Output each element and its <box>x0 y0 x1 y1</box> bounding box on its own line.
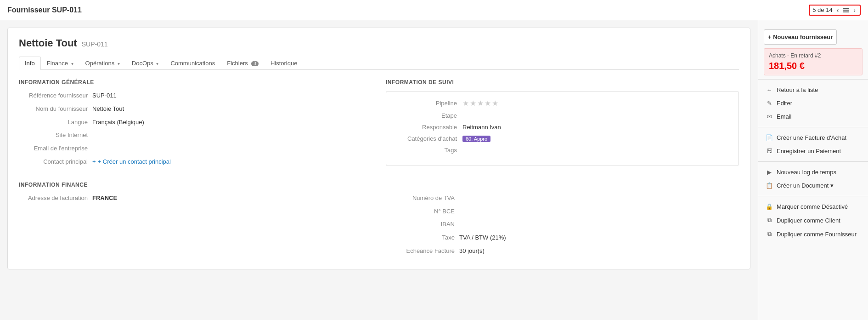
duplicate-supplier-icon: ⧉ <box>766 230 773 238</box>
field-contact-principal: Contact principal ++ Créer un contact pr… <box>19 157 372 167</box>
action-editer[interactable]: ✎ Editer <box>758 97 868 110</box>
finance-dropdown-arrow: ▾ <box>71 61 73 66</box>
tracking-categories: Catégories d'achat 60: Appro <box>394 135 731 142</box>
plus-icon: + <box>92 158 96 165</box>
document-icon: 📋 <box>766 182 773 189</box>
sidebar: + Nouveau fournisseur Achats - En retard… <box>758 20 868 320</box>
tab-info[interactable]: Info <box>19 57 41 70</box>
new-supplier-button[interactable]: + Nouveau fournisseur <box>764 29 837 45</box>
field-ref-fournisseur: Référence fournisseur SUP-011 <box>19 91 372 101</box>
email-icon: ✉ <box>766 113 773 120</box>
next-page-button[interactable]: › <box>852 6 857 14</box>
field-echeance: Echéance Facture 30 jour(s) <box>386 246 739 256</box>
tracking-box: Pipeline ★★★★★ Etape Responsable Reitman… <box>386 91 739 166</box>
invoice-icon: 📄 <box>766 134 773 141</box>
tab-communications[interactable]: Communications <box>164 57 221 69</box>
back-icon: ← <box>766 86 773 93</box>
page-title: Fournisseur SUP-011 <box>7 6 82 14</box>
finance-left: Adresse de facturation FRANCE <box>19 194 372 260</box>
company-name: Nettoie Tout <box>19 37 77 49</box>
content-area: Nettoie Tout SUP-011 Info Finance ▾ Opér… <box>0 20 758 320</box>
company-ref: SUP-011 <box>82 40 108 48</box>
action-retour-liste[interactable]: ← Retour à la liste <box>758 83 868 97</box>
header: Fournisseur SUP-011 5 de 14 ‹ › <box>0 0 868 20</box>
tab-finance[interactable]: Finance ▾ <box>41 57 79 69</box>
general-info-heading: INFORMATION GÉNÉRALE <box>19 79 372 86</box>
action-email[interactable]: ✉ Email <box>758 110 868 123</box>
prev-page-button[interactable]: ‹ <box>835 6 840 14</box>
card-header: Nettoie Tout SUP-011 <box>19 37 739 49</box>
action-creer-document[interactable]: 📋 Créer un Document ▾ <box>758 179 868 192</box>
finance-columns: Adresse de facturation FRANCE Numéro de … <box>19 194 739 260</box>
tracking-tags: Tags <box>394 147 731 154</box>
payment-icon: 🖫 <box>766 148 773 154</box>
main-layout: Nettoie Tout SUP-011 Info Finance ▾ Opér… <box>0 20 868 320</box>
info-columns: INFORMATION GÉNÉRALE Référence fournisse… <box>19 79 739 171</box>
field-nom-fournisseur: Nom du fournisseur Nettoie Tout <box>19 104 372 114</box>
sidebar-divider-4 <box>758 196 868 196</box>
category-badge: 60: Appro <box>462 136 490 142</box>
alert-title: Achats - En retard #2 <box>769 52 857 59</box>
tracking-etape: Etape <box>394 112 731 119</box>
pipeline-stars[interactable]: ★★★★★ <box>462 99 731 108</box>
list-view-button[interactable] <box>843 8 849 12</box>
tracking-pipeline: Pipeline ★★★★★ <box>394 99 731 108</box>
field-tva: Numéro de TVA <box>386 194 739 203</box>
duplicate-client-icon: ⧉ <box>766 217 773 224</box>
pagination-controls: 5 de 14 ‹ › <box>809 5 861 16</box>
finance-section: INFORMATION FINANCE Adresse de facturati… <box>19 182 739 260</box>
operations-dropdown-arrow: ▾ <box>118 61 120 66</box>
action-log-temps[interactable]: ▶ Nouveau log de temps <box>758 166 868 179</box>
play-icon: ▶ <box>766 169 773 176</box>
action-dupliquer-client[interactable]: ⧉ Dupliquer comme Client <box>758 213 868 227</box>
alert-box: Achats - En retard #2 181,50 € <box>764 48 862 75</box>
docops-dropdown-arrow: ▾ <box>156 61 158 66</box>
tab-bar: Info Finance ▾ Opérations ▾ DocOps ▾ Com… <box>19 57 739 70</box>
action-paiement[interactable]: 🖫 Enregistrer un Paiement <box>758 144 868 158</box>
edit-icon: ✎ <box>766 100 773 107</box>
tracking-responsable: Responsable Reitmann Ivan <box>394 124 731 131</box>
lock-icon: 🔒 <box>766 203 773 210</box>
field-iban: IBAN <box>386 220 739 229</box>
general-info-section: INFORMATION GÉNÉRALE Référence fournisse… <box>19 79 372 171</box>
tab-docops[interactable]: DocOps ▾ <box>126 57 165 69</box>
field-email-entreprise: Email de l'entreprise <box>19 144 372 154</box>
tab-operations[interactable]: Opérations ▾ <box>79 57 126 69</box>
fichiers-badge: 3 <box>251 61 259 66</box>
finance-right: Numéro de TVA N° BCE IBAN Taxe <box>386 194 739 260</box>
field-langue: Langue Français (Belgique) <box>19 118 372 127</box>
finance-heading: INFORMATION FINANCE <box>19 182 739 188</box>
sidebar-divider-1 <box>758 79 868 80</box>
field-bce: N° BCE <box>386 207 739 217</box>
action-dupliquer-fournisseur[interactable]: ⧉ Dupliquer comme Fournisseur <box>758 227 868 241</box>
sidebar-divider-2 <box>758 127 868 127</box>
pagination-text: 5 de 14 <box>812 6 832 13</box>
field-adresse-facturation: Adresse de facturation FRANCE <box>19 194 372 203</box>
action-facture[interactable]: 📄 Créer une Facture d'Achat <box>758 131 868 144</box>
tracking-info-heading: INFORMATION DE SUIVI <box>386 79 739 86</box>
sidebar-divider-3 <box>758 161 868 162</box>
tracking-info-section: INFORMATION DE SUIVI Pipeline ★★★★★ Etap… <box>386 79 739 171</box>
action-desactiver[interactable]: 🔒 Marquer comme Désactivé <box>758 200 868 213</box>
field-taxe: Taxe TVA / BTW (21%) <box>386 233 739 243</box>
alert-amount: 181,50 € <box>769 61 857 71</box>
supplier-card: Nettoie Tout SUP-011 Info Finance ▾ Opér… <box>7 28 750 269</box>
tab-fichiers[interactable]: Fichiers 3 <box>221 57 265 69</box>
tab-historique[interactable]: Historique <box>265 57 304 69</box>
create-contact-link[interactable]: ++ Créer un contact principal <box>92 158 171 165</box>
field-site-internet: Site Internet <box>19 131 372 140</box>
